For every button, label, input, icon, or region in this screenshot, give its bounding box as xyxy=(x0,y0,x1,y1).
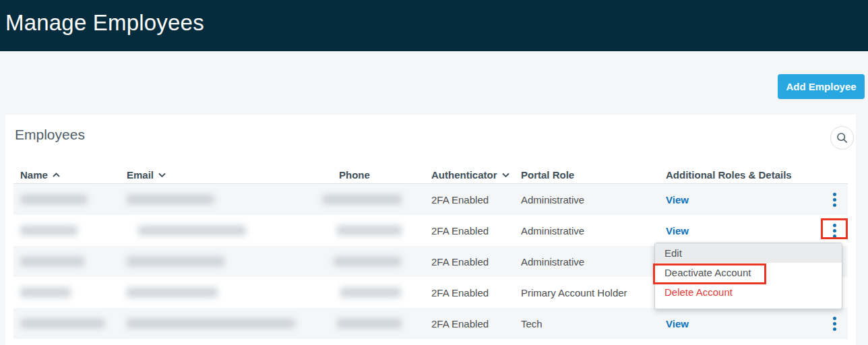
authenticator-cell: 2FA Enabled xyxy=(431,318,489,330)
column-header-email[interactable]: Email xyxy=(127,165,166,184)
page-header: Manage Employees xyxy=(0,0,868,51)
kebab-icon xyxy=(833,193,836,196)
portal-role-cell: Administrative xyxy=(521,225,584,237)
authenticator-cell: 2FA Enabled xyxy=(431,225,489,237)
redacted-email-cell xyxy=(127,257,224,267)
kebab-menu-button[interactable] xyxy=(825,313,844,334)
kebab-menu-button[interactable] xyxy=(825,189,844,210)
table-row-2: 2FA Enabled Administrative View xyxy=(13,215,848,246)
authenticator-cell: 2FA Enabled xyxy=(431,256,489,268)
menu-item-delete-account[interactable]: Delete Account xyxy=(655,282,842,302)
chevron-up-icon xyxy=(52,172,61,178)
redacted-email-cell xyxy=(127,195,214,205)
redacted-phone-cell xyxy=(337,226,402,236)
kebab-menu-button-active[interactable] xyxy=(825,220,844,241)
table-row-5: 2FA Enabled Tech View xyxy=(13,308,848,339)
redacted-name-cell xyxy=(20,257,84,267)
redacted-name-cell xyxy=(20,288,71,298)
portal-role-cell: Primary Account Holder xyxy=(521,287,627,299)
table-row-1: 2FA Enabled Administrative View xyxy=(13,184,848,215)
portal-role-cell: Administrative xyxy=(521,194,584,206)
portal-role-cell: Tech xyxy=(521,318,542,330)
chevron-down-icon xyxy=(158,172,166,178)
search-icon xyxy=(836,132,848,144)
redacted-email-cell xyxy=(127,288,218,298)
redacted-email-cell xyxy=(127,319,295,329)
menu-item-deactivate-account[interactable]: Deactivate Account xyxy=(655,263,842,282)
search-button[interactable] xyxy=(830,126,854,150)
redacted-name-cell xyxy=(20,226,78,236)
kebab-icon xyxy=(833,224,836,227)
redacted-name-cell xyxy=(20,195,88,205)
authenticator-cell: 2FA Enabled xyxy=(431,287,489,299)
kebab-icon xyxy=(833,317,836,320)
redacted-phone-cell xyxy=(322,195,402,205)
portal-role-cell: Administrative xyxy=(521,256,584,268)
view-link[interactable]: View xyxy=(666,194,689,206)
redacted-phone-cell xyxy=(337,319,402,329)
view-link[interactable]: View xyxy=(666,225,689,237)
redacted-email-cell xyxy=(138,226,246,236)
employees-card: Employees Name Email Phone xyxy=(5,115,856,345)
column-header-phone: Phone xyxy=(339,165,370,184)
table-header-row: Name Email Phone Authenticator xyxy=(13,165,848,184)
column-header-additional-roles: Additional Roles & Details xyxy=(666,165,792,184)
chevron-down-icon xyxy=(501,172,510,178)
row-context-menu: Edit Deactivate Account Delete Account xyxy=(654,243,842,309)
view-link[interactable]: View xyxy=(666,318,689,330)
card-title: Employees xyxy=(15,127,85,143)
column-header-name[interactable]: Name xyxy=(20,165,61,184)
column-header-portal-role: Portal Role xyxy=(521,165,574,184)
add-employee-button[interactable]: Add Employee xyxy=(778,74,865,99)
redacted-phone-cell xyxy=(340,288,401,298)
menu-item-edit[interactable]: Edit xyxy=(655,243,842,263)
authenticator-cell: 2FA Enabled xyxy=(431,194,489,206)
manage-employees-page: Manage Employees Add Employee Employees … xyxy=(0,0,868,345)
column-header-authenticator[interactable]: Authenticator xyxy=(431,165,510,184)
redacted-name-cell xyxy=(20,319,104,329)
page-title: Manage Employees xyxy=(0,0,868,36)
redacted-phone-cell xyxy=(334,257,401,267)
